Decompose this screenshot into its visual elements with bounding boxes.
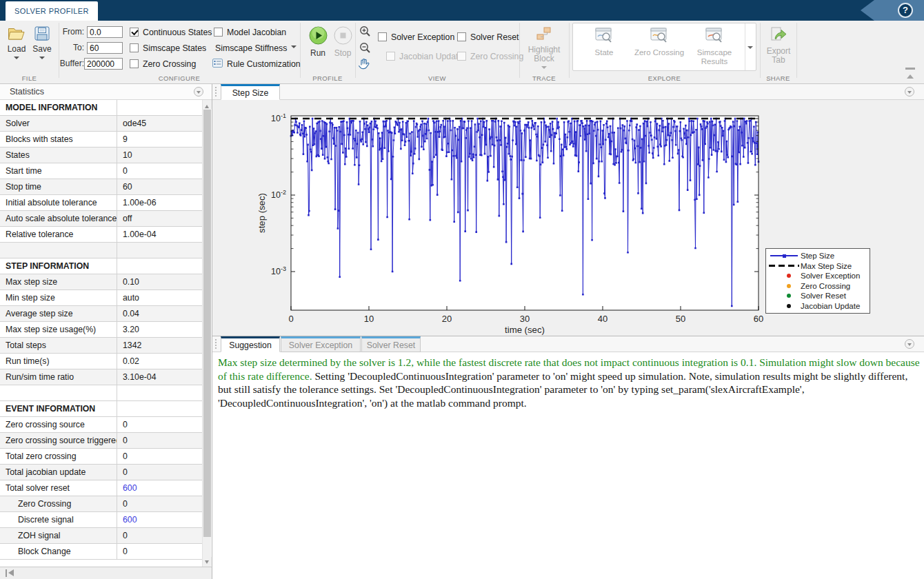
simscape-stiffness-dropdown[interactable]: Simscape Stiffness [215, 43, 297, 53]
highlight-block-caret-icon [541, 66, 547, 72]
row-label [0, 243, 117, 258]
solver-profiler-window: SOLVER PROFILER ? Load Save FILE [0, 0, 924, 579]
svg-text:40: 40 [598, 314, 607, 324]
scroll-down-icon[interactable] [203, 557, 212, 566]
row-label: Discrete signal [0, 512, 117, 527]
table-row[interactable]: Discrete signal600 [0, 512, 202, 528]
collapse-panel-button[interactable] [905, 339, 914, 349]
table-row[interactable]: Block Change0 [0, 544, 202, 560]
table-row[interactable]: Total jacobian update0 [0, 465, 202, 480]
row-value: 1.00e-04 [117, 227, 202, 242]
to-input[interactable] [87, 42, 123, 54]
skip-to-start-icon[interactable] [6, 569, 14, 577]
state-explorer-icon [595, 28, 613, 46]
legend-label: Jacobian Update [801, 302, 860, 310]
checkbox-label: Continuous States [143, 28, 212, 37]
help-button[interactable]: ? [898, 3, 913, 18]
scrollbar-thumb[interactable] [203, 110, 211, 537]
table-row[interactable]: Blocks with states9 [0, 132, 202, 148]
row-value: off [117, 211, 202, 226]
table-row[interactable]: States10 [0, 148, 202, 163]
from-input[interactable] [87, 26, 123, 38]
collapse-panel-button[interactable] [905, 87, 914, 96]
row-value-link[interactable]: 600 [117, 512, 202, 527]
section-label-share: SHARE [760, 74, 796, 82]
zoom-out-icon[interactable] [359, 42, 371, 57]
row-label: Initial absolute tolerance [0, 195, 117, 210]
collapse-ribbon-button[interactable] [905, 68, 915, 79]
svg-text:0: 0 [288, 314, 293, 324]
suggestion-panel: Suggestion Solver Exception Solver Reset… [212, 336, 924, 579]
checkbox-label: Solver Exception [391, 32, 454, 42]
table-row[interactable]: Average step size0.04 [0, 306, 202, 322]
row-value: 0 [117, 433, 202, 448]
row-label: STEP INFORMATION [0, 258, 117, 274]
row-value: 3.10e-04 [117, 369, 202, 385]
table-row[interactable]: Initial absolute tolerance1.00e-06 [0, 195, 202, 211]
tab-step-size[interactable]: Step Size [221, 84, 280, 100]
highlight-block-icon [535, 26, 553, 44]
table-row[interactable]: Total steps1342 [0, 338, 202, 354]
table-row[interactable]: ZOH signal0 [0, 528, 202, 544]
table-row[interactable]: Solverode45 [0, 116, 202, 132]
checkbox-view-solver-reset[interactable]: Solver Reset [457, 32, 519, 42]
tabbar-grip[interactable] [215, 339, 217, 349]
table-row[interactable]: Relative tolerance1.00e-04 [0, 227, 202, 243]
row-value: 0 [117, 465, 202, 480]
table-row: MODEL INFORMATION [0, 100, 202, 116]
table-row[interactable]: Total solver reset600 [0, 480, 202, 496]
run-button[interactable]: Run [308, 26, 328, 58]
legend-swatch-marker [769, 291, 801, 301]
tab-solver-profiler[interactable]: SOLVER PROFILER [6, 1, 98, 21]
buffer-input[interactable] [84, 58, 123, 70]
statistics-scrollbar[interactable] [202, 100, 211, 567]
table-row[interactable]: Start time0 [0, 163, 202, 179]
rule-customization-button[interactable]: Rule Customization [212, 59, 301, 69]
table-row[interactable]: Auto scale absolute toleranceoff [0, 211, 202, 227]
table-row[interactable]: Max step size0.10 [0, 274, 202, 290]
row-label: ZOH signal [0, 528, 117, 543]
table-row[interactable]: Zero Crossing0 [0, 496, 202, 512]
run-icon [309, 26, 328, 48]
list-icon [212, 58, 223, 70]
table-row [0, 385, 202, 401]
table-row[interactable]: Zero crossing source0 [0, 417, 202, 433]
row-value: 0.02 [117, 354, 202, 369]
row-value [117, 401, 202, 416]
legend-entry: Solver Reset [769, 291, 867, 301]
scroll-up-icon[interactable] [203, 100, 212, 109]
zero-crossing-button: Zero Crossing [632, 23, 686, 70]
table-row[interactable]: Total zero crossing0 [0, 449, 202, 465]
checkbox-zero-crossing[interactable]: Zero Crossing [130, 59, 196, 69]
zoom-in-icon[interactable] [359, 26, 371, 40]
zero-crossing-label: Zero Crossing [634, 48, 684, 57]
row-label: Total zero crossing [0, 449, 117, 464]
export-icon [770, 26, 787, 45]
checkbox-model-jacobian[interactable]: Model Jacobian [214, 27, 286, 37]
simscape-results-button: Simscape Results [687, 23, 741, 70]
table-row[interactable]: Run time(s)0.02 [0, 354, 202, 369]
table-row[interactable]: Min step sizeauto [0, 290, 202, 306]
explore-more-button[interactable] [745, 23, 756, 70]
table-row[interactable]: Run/sim time ratio3.10e-04 [0, 369, 202, 385]
checkbox-view-solver-exception[interactable]: Solver Exception [378, 32, 454, 42]
tab-solver-exception[interactable]: Solver Exception [281, 336, 361, 352]
pan-hand-icon[interactable] [357, 57, 371, 74]
tabbar-grip[interactable] [215, 87, 217, 96]
table-row: STEP INFORMATION [0, 258, 202, 274]
tab-suggestion[interactable]: Suggestion [221, 336, 280, 352]
statistics-header: Statistics [0, 84, 212, 100]
collapse-ribbon-icon [905, 68, 915, 70]
row-value [117, 385, 202, 400]
checkbox-simscape-states[interactable]: Simscape States [130, 43, 206, 53]
collapse-panel-button[interactable] [194, 87, 203, 96]
table-row[interactable]: Zero crossing source triggered0 [0, 433, 202, 449]
row-value-link[interactable]: 600 [117, 480, 202, 496]
row-label: Total steps [0, 338, 117, 353]
table-row[interactable]: Max step size usage(%)3.20 [0, 322, 202, 338]
table-row[interactable]: Stop time60 [0, 179, 202, 195]
row-value: 0.04 [117, 306, 202, 321]
tab-solver-reset[interactable]: Solver Reset [361, 336, 421, 352]
checkbox-continuous-states[interactable]: Continuous States [130, 27, 212, 37]
load-button[interactable]: Load [4, 26, 29, 62]
